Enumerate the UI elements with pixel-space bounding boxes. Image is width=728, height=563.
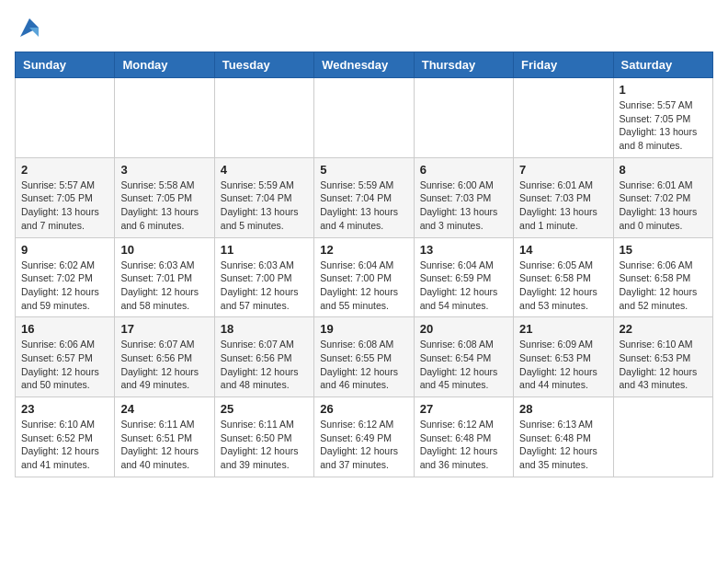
calendar-cell: 13Sunrise: 6:04 AM Sunset: 6:59 PM Dayli… bbox=[414, 237, 513, 317]
calendar-cell: 23Sunrise: 6:10 AM Sunset: 6:52 PM Dayli… bbox=[16, 397, 115, 477]
calendar-cell bbox=[214, 78, 313, 158]
day-info: Sunrise: 6:04 AM Sunset: 6:59 PM Dayligh… bbox=[420, 259, 507, 313]
calendar-cell: 18Sunrise: 6:07 AM Sunset: 6:56 PM Dayli… bbox=[214, 317, 313, 397]
calendar-cell: 4Sunrise: 5:59 AM Sunset: 7:04 PM Daylig… bbox=[214, 157, 313, 237]
day-info: Sunrise: 6:11 AM Sunset: 6:50 PM Dayligh… bbox=[221, 418, 308, 472]
day-number: 7 bbox=[519, 163, 607, 177]
day-number: 19 bbox=[320, 322, 407, 336]
day-info: Sunrise: 6:12 AM Sunset: 6:49 PM Dayligh… bbox=[320, 418, 407, 472]
day-number: 18 bbox=[221, 322, 308, 336]
calendar-cell: 20Sunrise: 6:08 AM Sunset: 6:54 PM Dayli… bbox=[414, 317, 513, 397]
day-info: Sunrise: 6:10 AM Sunset: 6:53 PM Dayligh… bbox=[620, 338, 707, 392]
day-number: 28 bbox=[519, 402, 607, 416]
day-info: Sunrise: 5:57 AM Sunset: 7:05 PM Dayligh… bbox=[620, 98, 707, 153]
calendar-cell: 28Sunrise: 6:13 AM Sunset: 6:48 PM Dayli… bbox=[514, 397, 613, 477]
day-number: 20 bbox=[420, 322, 507, 336]
day-info: Sunrise: 6:09 AM Sunset: 6:53 PM Dayligh… bbox=[519, 338, 607, 392]
column-header-thursday: Thursday bbox=[414, 52, 513, 78]
calendar-header-row: SundayMondayTuesdayWednesdayThursdayFrid… bbox=[16, 52, 713, 78]
day-number: 6 bbox=[420, 163, 507, 177]
day-info: Sunrise: 6:08 AM Sunset: 6:54 PM Dayligh… bbox=[420, 338, 507, 392]
day-info: Sunrise: 6:04 AM Sunset: 7:00 PM Dayligh… bbox=[320, 259, 407, 313]
calendar-cell: 19Sunrise: 6:08 AM Sunset: 6:55 PM Dayli… bbox=[314, 317, 414, 397]
column-header-sunday: Sunday bbox=[16, 52, 115, 78]
day-info: Sunrise: 6:11 AM Sunset: 6:51 PM Dayligh… bbox=[120, 418, 208, 472]
calendar-cell: 5Sunrise: 5:59 AM Sunset: 7:04 PM Daylig… bbox=[314, 157, 414, 237]
page-header bbox=[15, 15, 713, 40]
calendar-cell: 6Sunrise: 6:00 AM Sunset: 7:03 PM Daylig… bbox=[414, 157, 513, 237]
day-number: 16 bbox=[21, 322, 108, 336]
day-number: 26 bbox=[320, 402, 407, 416]
day-info: Sunrise: 6:07 AM Sunset: 6:56 PM Dayligh… bbox=[120, 338, 208, 392]
calendar-cell: 2Sunrise: 5:57 AM Sunset: 7:05 PM Daylig… bbox=[16, 157, 115, 237]
day-number: 13 bbox=[420, 243, 507, 257]
day-info: Sunrise: 6:03 AM Sunset: 7:01 PM Dayligh… bbox=[120, 259, 208, 313]
column-header-monday: Monday bbox=[115, 52, 214, 78]
calendar-week-row: 23Sunrise: 6:10 AM Sunset: 6:52 PM Dayli… bbox=[16, 397, 713, 477]
calendar-cell: 26Sunrise: 6:12 AM Sunset: 6:49 PM Dayli… bbox=[314, 397, 414, 477]
calendar-week-row: 1Sunrise: 5:57 AM Sunset: 7:05 PM Daylig… bbox=[16, 78, 713, 158]
day-number: 1 bbox=[620, 83, 707, 97]
calendar-cell: 3Sunrise: 5:58 AM Sunset: 7:05 PM Daylig… bbox=[115, 157, 214, 237]
calendar-cell bbox=[115, 78, 214, 158]
calendar-cell: 15Sunrise: 6:06 AM Sunset: 6:58 PM Dayli… bbox=[613, 237, 712, 317]
day-number: 15 bbox=[620, 243, 707, 257]
column-header-friday: Friday bbox=[514, 52, 613, 78]
calendar-cell: 25Sunrise: 6:11 AM Sunset: 6:50 PM Dayli… bbox=[214, 397, 313, 477]
column-header-tuesday: Tuesday bbox=[214, 52, 313, 78]
calendar-cell: 8Sunrise: 6:01 AM Sunset: 7:02 PM Daylig… bbox=[613, 157, 712, 237]
day-number: 5 bbox=[320, 163, 407, 177]
day-number: 24 bbox=[120, 402, 208, 416]
day-number: 22 bbox=[620, 322, 707, 336]
day-number: 12 bbox=[320, 243, 407, 257]
calendar-cell: 21Sunrise: 6:09 AM Sunset: 6:53 PM Dayli… bbox=[514, 317, 613, 397]
day-info: Sunrise: 6:07 AM Sunset: 6:56 PM Dayligh… bbox=[221, 338, 308, 392]
day-info: Sunrise: 6:10 AM Sunset: 6:52 PM Dayligh… bbox=[21, 418, 108, 472]
calendar-cell: 7Sunrise: 6:01 AM Sunset: 7:03 PM Daylig… bbox=[514, 157, 613, 237]
calendar-cell: 22Sunrise: 6:10 AM Sunset: 6:53 PM Dayli… bbox=[613, 317, 712, 397]
day-info: Sunrise: 5:59 AM Sunset: 7:04 PM Dayligh… bbox=[221, 178, 308, 233]
day-info: Sunrise: 6:08 AM Sunset: 6:55 PM Dayligh… bbox=[320, 338, 407, 392]
day-info: Sunrise: 6:03 AM Sunset: 7:00 PM Dayligh… bbox=[221, 259, 308, 313]
calendar-week-row: 16Sunrise: 6:06 AM Sunset: 6:57 PM Dayli… bbox=[16, 317, 713, 397]
svg-marker-1 bbox=[29, 28, 39, 37]
day-info: Sunrise: 6:01 AM Sunset: 7:03 PM Dayligh… bbox=[519, 178, 607, 233]
calendar-cell: 12Sunrise: 6:04 AM Sunset: 7:00 PM Dayli… bbox=[314, 237, 414, 317]
logo-icon bbox=[17, 15, 42, 40]
day-number: 27 bbox=[420, 402, 507, 416]
day-info: Sunrise: 6:12 AM Sunset: 6:48 PM Dayligh… bbox=[420, 418, 507, 472]
logo bbox=[15, 15, 42, 40]
calendar-cell: 27Sunrise: 6:12 AM Sunset: 6:48 PM Dayli… bbox=[414, 397, 513, 477]
calendar-cell: 14Sunrise: 6:05 AM Sunset: 6:58 PM Dayli… bbox=[514, 237, 613, 317]
day-number: 2 bbox=[21, 163, 108, 177]
column-header-saturday: Saturday bbox=[613, 52, 712, 78]
calendar-table: SundayMondayTuesdayWednesdayThursdayFrid… bbox=[15, 52, 713, 477]
calendar-cell: 9Sunrise: 6:02 AM Sunset: 7:02 PM Daylig… bbox=[16, 237, 115, 317]
calendar-cell: 24Sunrise: 6:11 AM Sunset: 6:51 PM Dayli… bbox=[115, 397, 214, 477]
calendar-cell bbox=[16, 78, 115, 158]
day-info: Sunrise: 6:06 AM Sunset: 6:58 PM Dayligh… bbox=[620, 259, 707, 313]
day-number: 11 bbox=[221, 243, 308, 257]
day-info: Sunrise: 5:57 AM Sunset: 7:05 PM Dayligh… bbox=[21, 178, 108, 233]
day-number: 10 bbox=[120, 243, 208, 257]
day-number: 21 bbox=[519, 322, 607, 336]
day-number: 25 bbox=[221, 402, 308, 416]
day-info: Sunrise: 6:00 AM Sunset: 7:03 PM Dayligh… bbox=[420, 178, 507, 233]
calendar-cell: 16Sunrise: 6:06 AM Sunset: 6:57 PM Dayli… bbox=[16, 317, 115, 397]
day-info: Sunrise: 6:05 AM Sunset: 6:58 PM Dayligh… bbox=[519, 259, 607, 313]
day-info: Sunrise: 6:06 AM Sunset: 6:57 PM Dayligh… bbox=[21, 338, 108, 392]
calendar-cell bbox=[314, 78, 414, 158]
calendar-cell: 1Sunrise: 5:57 AM Sunset: 7:05 PM Daylig… bbox=[613, 78, 712, 158]
day-number: 23 bbox=[21, 402, 108, 416]
day-info: Sunrise: 6:02 AM Sunset: 7:02 PM Dayligh… bbox=[21, 259, 108, 313]
day-info: Sunrise: 6:13 AM Sunset: 6:48 PM Dayligh… bbox=[519, 418, 607, 472]
calendar-cell bbox=[613, 397, 712, 477]
day-info: Sunrise: 5:58 AM Sunset: 7:05 PM Dayligh… bbox=[120, 178, 208, 233]
calendar-cell: 10Sunrise: 6:03 AM Sunset: 7:01 PM Dayli… bbox=[115, 237, 214, 317]
column-header-wednesday: Wednesday bbox=[314, 52, 414, 78]
calendar-week-row: 9Sunrise: 6:02 AM Sunset: 7:02 PM Daylig… bbox=[16, 237, 713, 317]
calendar-cell bbox=[514, 78, 613, 158]
day-info: Sunrise: 6:01 AM Sunset: 7:02 PM Dayligh… bbox=[620, 178, 707, 233]
calendar-cell: 11Sunrise: 6:03 AM Sunset: 7:00 PM Dayli… bbox=[214, 237, 313, 317]
calendar-cell bbox=[414, 78, 513, 158]
